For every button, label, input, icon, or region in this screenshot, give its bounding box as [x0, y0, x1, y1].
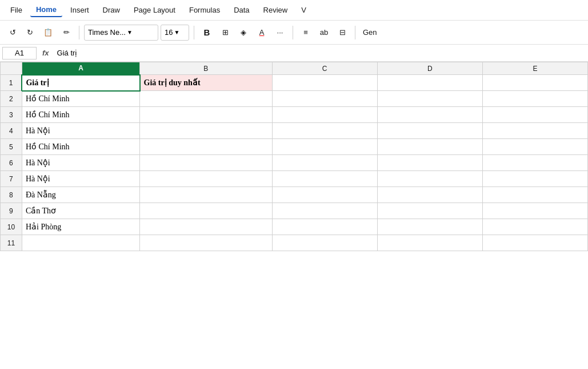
- menu-formulas[interactable]: Formulas: [183, 3, 226, 17]
- row-header-5[interactable]: 5: [1, 139, 22, 155]
- table-row[interactable]: [377, 107, 482, 123]
- table-row[interactable]: [482, 139, 587, 155]
- table-row[interactable]: [272, 203, 377, 219]
- menu-review[interactable]: Review: [258, 3, 294, 17]
- col-header-c[interactable]: C: [272, 62, 377, 75]
- divider-1: [79, 26, 79, 39]
- table-row[interactable]: [482, 91, 587, 107]
- table-row[interactable]: [140, 235, 272, 251]
- row-header-8[interactable]: 8: [1, 187, 22, 203]
- table-row[interactable]: [272, 107, 377, 123]
- table-row[interactable]: [482, 155, 587, 171]
- menu-view[interactable]: V: [295, 3, 312, 17]
- table-row[interactable]: [482, 187, 587, 203]
- table-row[interactable]: [482, 235, 587, 251]
- bold-button[interactable]: B: [199, 25, 215, 41]
- font-size-selector[interactable]: 16 ▼: [161, 25, 189, 41]
- col-header-b[interactable]: B: [140, 62, 272, 75]
- table-row[interactable]: [140, 203, 272, 219]
- row-header-3[interactable]: 3: [1, 107, 22, 123]
- table-row[interactable]: Giá trị duy nhất: [140, 75, 272, 91]
- font-name-selector[interactable]: Times Ne... ▼: [84, 25, 158, 41]
- divider-3: [293, 26, 293, 39]
- table-row[interactable]: [272, 171, 377, 187]
- menu-draw[interactable]: Draw: [97, 3, 126, 17]
- table-row[interactable]: [377, 155, 482, 171]
- table-row[interactable]: Hồ Chí Minh: [22, 107, 139, 123]
- col-header-a[interactable]: A: [22, 62, 139, 75]
- undo-button[interactable]: ↺: [5, 25, 21, 41]
- table-row[interactable]: Giá trị: [22, 75, 139, 91]
- table-row[interactable]: [482, 75, 587, 91]
- table-row[interactable]: Hà Nội: [22, 123, 139, 139]
- table-row[interactable]: [272, 155, 377, 171]
- table-row[interactable]: [482, 203, 587, 219]
- row-header-11[interactable]: 11: [1, 235, 22, 251]
- table-row[interactable]: Hà Nội: [22, 155, 139, 171]
- table-row[interactable]: [272, 219, 377, 235]
- table-row[interactable]: [377, 91, 482, 107]
- alignment-button[interactable]: ≡: [298, 25, 314, 41]
- table-row[interactable]: [377, 171, 482, 187]
- table-row[interactable]: [377, 75, 482, 91]
- table-row[interactable]: [377, 187, 482, 203]
- table-row[interactable]: [140, 187, 272, 203]
- table-row[interactable]: [272, 123, 377, 139]
- merge-button[interactable]: ⊟: [334, 25, 350, 41]
- table-row[interactable]: [140, 107, 272, 123]
- toolbar: ↺ ↻ 📋 ✏ Times Ne... ▼ 16 ▼ B ⊞ ◈ A ··· ≡…: [0, 21, 588, 45]
- table-row[interactable]: [140, 219, 272, 235]
- row-header-10[interactable]: 10: [1, 219, 22, 235]
- row-header-1[interactable]: 1: [1, 75, 22, 91]
- table-row[interactable]: [377, 219, 482, 235]
- table-row[interactable]: [140, 139, 272, 155]
- menu-file[interactable]: File: [5, 3, 28, 17]
- table-row[interactable]: [377, 123, 482, 139]
- format-painter-button[interactable]: ✏: [58, 25, 74, 41]
- menu-home[interactable]: Home: [30, 3, 62, 17]
- table-row[interactable]: [140, 155, 272, 171]
- redo-button[interactable]: ↻: [22, 25, 38, 41]
- borders-button[interactable]: ⊞: [217, 25, 233, 41]
- menu-page-layout[interactable]: Page Layout: [128, 3, 181, 17]
- row-header-7[interactable]: 7: [1, 171, 22, 187]
- formula-input[interactable]: [55, 47, 586, 59]
- table-row[interactable]: [272, 235, 377, 251]
- row-header-9[interactable]: 9: [1, 203, 22, 219]
- fill-color-button[interactable]: ◈: [235, 25, 251, 41]
- table-row[interactable]: [140, 171, 272, 187]
- table-row[interactable]: Cần Thơ: [22, 203, 139, 219]
- table-row[interactable]: [482, 107, 587, 123]
- table-row[interactable]: Hồ Chí Minh: [22, 139, 139, 155]
- wrap-text-button[interactable]: ab: [316, 25, 332, 41]
- table-row[interactable]: [140, 123, 272, 139]
- table-row[interactable]: [482, 219, 587, 235]
- table-row[interactable]: [482, 123, 587, 139]
- table-row[interactable]: Đà Nẵng: [22, 187, 139, 203]
- col-header-d[interactable]: D: [377, 62, 482, 75]
- col-header-e[interactable]: E: [482, 62, 587, 75]
- table-row[interactable]: Hải Phòng: [22, 219, 139, 235]
- gen-button[interactable]: Gen: [360, 25, 380, 41]
- table-row[interactable]: [377, 139, 482, 155]
- menu-data[interactable]: Data: [228, 3, 255, 17]
- table-row[interactable]: [482, 171, 587, 187]
- more-button[interactable]: ···: [272, 25, 288, 41]
- row-header-2[interactable]: 2: [1, 91, 22, 107]
- row-header-6[interactable]: 6: [1, 155, 22, 171]
- clipboard-button[interactable]: 📋: [40, 25, 56, 41]
- table-row[interactable]: [272, 139, 377, 155]
- table-row[interactable]: [272, 187, 377, 203]
- table-row[interactable]: [377, 203, 482, 219]
- table-row[interactable]: [272, 75, 377, 91]
- table-row[interactable]: Hồ Chí Minh: [22, 91, 139, 107]
- font-color-button[interactable]: A: [254, 25, 270, 41]
- table-row[interactable]: [140, 91, 272, 107]
- row-header-4[interactable]: 4: [1, 123, 22, 139]
- table-row[interactable]: Hà Nội: [22, 171, 139, 187]
- table-row[interactable]: [272, 91, 377, 107]
- menu-insert[interactable]: Insert: [65, 3, 95, 17]
- table-row[interactable]: [22, 235, 139, 251]
- table-row[interactable]: [377, 235, 482, 251]
- cell-reference-input[interactable]: [2, 47, 37, 59]
